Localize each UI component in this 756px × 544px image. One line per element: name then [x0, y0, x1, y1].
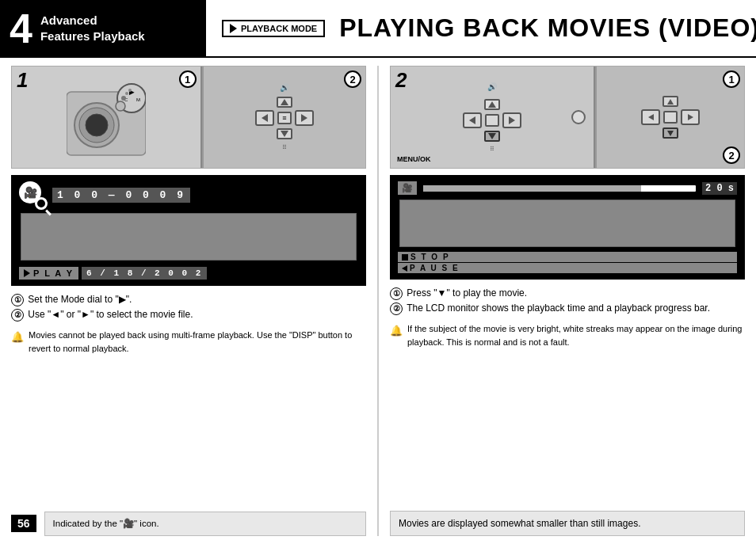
- play-icon: [230, 24, 237, 33]
- right-arr-r: [688, 114, 693, 120]
- lcd-top-bar: 🎥 1 0 0 — 0 0 0 9: [19, 181, 358, 208]
- mode-dial-svg: ▶ C M: [67, 76, 146, 159]
- down-btn-r[interactable]: [662, 127, 678, 139]
- right-button-2[interactable]: [502, 112, 521, 128]
- camera-body-step2: MENU/OK 🔊: [391, 67, 594, 168]
- column-divider: [377, 66, 379, 536]
- left-button[interactable]: [255, 110, 274, 126]
- center-button[interactable]: ≡: [277, 112, 292, 124]
- note-icon-right: 🔔: [390, 323, 403, 348]
- up-button[interactable]: [277, 97, 292, 108]
- chapter-number: 4: [10, 8, 32, 49]
- play-triangle-icon: [24, 269, 30, 277]
- instruction-r-line-2: ② The LCD monitor shows the playback tim…: [390, 301, 745, 316]
- page-number: 56: [11, 515, 36, 532]
- right-arrow-icon-2: [509, 116, 515, 124]
- lcd-screen-step1: 🎥 1 0 0 — 0 0 0 9 P L A Y 6 / 1 8 / 2 0 …: [11, 175, 366, 286]
- magnify-circle: [35, 197, 48, 210]
- nav-h-row: ≡: [255, 110, 314, 126]
- left-arrow-icon-2: [469, 116, 475, 124]
- stop-square-icon: [402, 254, 408, 261]
- right-column: 2 MENU/OK 🔊: [390, 66, 745, 536]
- button-panel-step1: 2 🔊 ≡: [202, 67, 365, 168]
- down-button-2[interactable]: [484, 131, 500, 142]
- main-content: 1 ▶ C M: [0, 58, 756, 544]
- diagram-step2: 2 MENU/OK 🔊: [390, 66, 745, 169]
- movie-icon-box: 🎥: [398, 181, 417, 195]
- pause-btn-label: P A U S E: [398, 263, 737, 273]
- step-number-2: 2: [395, 70, 407, 90]
- instruction-line-2: ② Use "◄" or "►" to select the movie fil…: [11, 307, 366, 322]
- progress-bar: [423, 185, 696, 192]
- stop-btn-label: S T O P: [398, 252, 737, 262]
- header-title-area: PLAYBACK MODE PLAYING BACK MOVIES (VIDEO…: [206, 13, 756, 43]
- circle-badge-2-right: 2: [723, 146, 740, 164]
- camera-top-view: ▶ C M 1: [12, 67, 200, 168]
- circle-ref-2: ②: [11, 309, 24, 321]
- circle-ref-r2: ②: [390, 302, 403, 315]
- left-btn-r[interactable]: [641, 109, 660, 125]
- up-arrow-icon: [281, 99, 288, 105]
- playback-time: 2 0 s: [702, 182, 737, 195]
- circle-badge-1-right: 1: [723, 70, 740, 88]
- lcd2-top-bar: 🎥 2 0 s: [398, 181, 737, 195]
- lcd-screen-step2: 🎥 2 0 s S T O P P A U S E: [390, 175, 745, 280]
- instruction-r-line-1: ① Press "▼" to play the movie.: [390, 286, 745, 301]
- down-button[interactable]: [277, 128, 292, 139]
- note-left: 🔔 Movies cannot be played back using mul…: [11, 329, 366, 355]
- play-indicator: P L A Y: [19, 267, 78, 280]
- step-number-1: 1: [17, 70, 28, 90]
- speaker-icon: 🔊: [280, 83, 289, 92]
- circle-ref-r1: ①: [390, 287, 403, 300]
- stop-pause-bar: S T O P P A U S E: [398, 252, 737, 273]
- pause-triangle-icon: [402, 265, 407, 272]
- progress-fill: [423, 185, 641, 192]
- nav-cluster-right: [641, 96, 700, 139]
- page-header: 4 Advanced Features Playback PLAYBACK MO…: [0, 0, 756, 58]
- chapter-title: Advanced Features Playback: [40, 13, 145, 44]
- round-button[interactable]: [571, 110, 586, 124]
- circle-badge-2-left: 2: [344, 70, 361, 88]
- nav-cluster-step2: ⠿: [463, 99, 521, 153]
- up-button-2[interactable]: [484, 99, 500, 110]
- footer-left: 56 Indicated by the "🎥" icon.: [11, 512, 366, 536]
- down-arr-r: [667, 131, 674, 136]
- lcd-image-area-2: [399, 200, 735, 247]
- svg-text:M: M: [136, 97, 140, 102]
- down-arrow-icon-2: [488, 133, 496, 139]
- up-arr-r: [667, 99, 674, 105]
- svg-point-10: [128, 89, 132, 92]
- menu-ok-label: MENU/OK: [397, 155, 431, 163]
- note-icon-left: 🔔: [11, 329, 24, 355]
- lcd-date: 6 / 1 8 / 2 0 0 2: [82, 267, 207, 280]
- instructions-left: ① Set the Mode dial to "▶". ② Use "◄" or…: [11, 292, 366, 322]
- left-button-2[interactable]: [463, 112, 482, 128]
- center-button-2[interactable]: [485, 114, 499, 127]
- center-btn-r[interactable]: [663, 111, 678, 124]
- grid-lines-icon: ≡: [282, 114, 286, 122]
- left-arrow-icon: [262, 114, 268, 122]
- circle-badge-1-left: 1: [179, 70, 197, 88]
- up-arrow-icon-2: [488, 101, 496, 108]
- svg-point-9: [125, 92, 128, 95]
- right-button[interactable]: [295, 110, 314, 126]
- left-column: 1 ▶ C M: [11, 66, 366, 536]
- small-round-btn: [571, 110, 586, 124]
- down-grid-icon: ⠿: [490, 146, 494, 153]
- diagram-step1: 1 ▶ C M: [11, 66, 366, 169]
- footer-info-left: Indicated by the "🎥" icon.: [44, 512, 366, 536]
- svg-point-8: [121, 96, 126, 101]
- lcd-image-area: [21, 213, 357, 261]
- lcd-filename: 1 0 0 — 0 0 0 9: [52, 188, 190, 203]
- right-btn-r[interactable]: [681, 109, 700, 125]
- svg-point-3: [86, 114, 108, 136]
- nav-h-r: [641, 109, 700, 125]
- down-arrow-icon: [281, 131, 288, 137]
- note-right: 🔔 If the subject of the movie is very br…: [390, 322, 745, 348]
- right-panel-step2: 1 2: [595, 67, 744, 168]
- speaker-icon-2: 🔊: [487, 82, 497, 91]
- circle-ref-1: ①: [11, 294, 24, 306]
- nav-h-row-2: [463, 112, 521, 128]
- up-btn-r[interactable]: [662, 96, 678, 107]
- footer-info-right: Movies are displayed somewhat smaller th…: [390, 511, 745, 536]
